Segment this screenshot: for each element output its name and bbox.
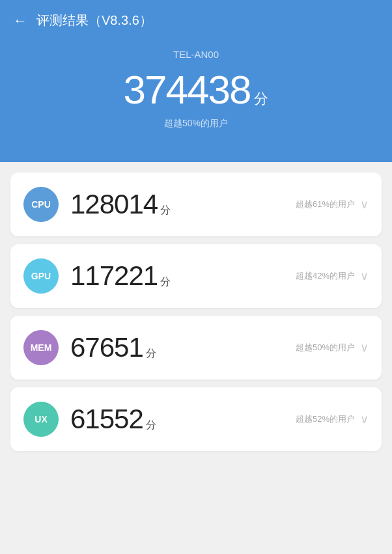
gpu-badge: GPU [23, 258, 59, 294]
gpu-card-right: 超越42%的用户 [296, 270, 355, 282]
gpu-unit: 分 [160, 275, 171, 289]
device-name: TEL-AN00 [173, 49, 219, 60]
total-percentile: 超越50%的用户 [164, 118, 228, 130]
app-container: ← 评测结果（V8.3.6） TEL-AN00 374438 分 超越50%的用… [0, 0, 392, 462]
mem-card-info: 67651 分 超越50%的用户 ∨ [70, 332, 369, 363]
ux-score-row: 61552 分 [70, 404, 296, 435]
ux-badge: UX [23, 402, 59, 437]
page-title: 评测结果（V8.3.6） [36, 12, 152, 29]
ux-percentile: 超越52%的用户 [296, 413, 355, 425]
mem-percentile: 超越50%的用户 [296, 342, 355, 353]
score-section: TEL-AN00 374438 分 超越50%的用户 [0, 36, 392, 136]
ux-unit: 分 [146, 419, 156, 432]
cpu-score-row: 128014 分 [70, 189, 296, 220]
mem-score-row: 67651 分 [70, 332, 296, 363]
ux-card-right: 超越52%的用户 [296, 413, 355, 425]
ux-chevron-icon: ∨ [360, 412, 369, 426]
mem-card-right: 超越50%的用户 [296, 342, 355, 353]
gpu-chevron-icon: ∨ [360, 269, 369, 283]
total-score-unit: 分 [254, 89, 268, 109]
back-button[interactable]: ← [13, 12, 27, 29]
ux-score: 61552 [70, 404, 143, 435]
mem-score: 67651 [70, 332, 143, 363]
cpu-chevron-icon: ∨ [360, 197, 369, 212]
cpu-score: 128014 [70, 189, 158, 220]
gpu-score: 117221 [70, 260, 158, 292]
cards-section: CPU 128014 分 超越61%的用户 ∨ GPU 117221 分 [0, 162, 392, 462]
score-card-ux[interactable]: UX 61552 分 超越52%的用户 ∨ [10, 387, 382, 451]
mem-unit: 分 [146, 347, 156, 361]
mem-badge: MEM [23, 330, 59, 365]
score-card-cpu[interactable]: CPU 128014 分 超越61%的用户 ∨ [10, 173, 382, 236]
cpu-card-info: 128014 分 超越61%的用户 ∨ [70, 189, 369, 220]
gpu-card-info: 117221 分 超越42%的用户 ∨ [70, 260, 369, 292]
cpu-card-right: 超越61%的用户 [296, 199, 355, 210]
nav-bar: ← 评测结果（V8.3.6） [0, 0, 392, 36]
cpu-unit: 分 [160, 204, 171, 217]
score-card-gpu[interactable]: GPU 117221 分 超越42%的用户 ∨ [10, 244, 382, 308]
mem-chevron-icon: ∨ [360, 340, 369, 355]
gpu-percentile: 超越42%的用户 [296, 270, 355, 282]
gpu-score-row: 117221 分 [70, 260, 296, 292]
total-score-row: 374438 分 [124, 66, 269, 113]
score-card-mem[interactable]: MEM 67651 分 超越50%的用户 ∨ [10, 316, 382, 380]
cpu-percentile: 超越61%的用户 [296, 199, 355, 210]
total-score: 374438 [124, 66, 251, 113]
header-section: ← 评测结果（V8.3.6） TEL-AN00 374438 分 超越50%的用… [0, 0, 392, 162]
cpu-badge: CPU [23, 187, 59, 222]
ux-card-info: 61552 分 超越52%的用户 ∨ [70, 404, 369, 435]
